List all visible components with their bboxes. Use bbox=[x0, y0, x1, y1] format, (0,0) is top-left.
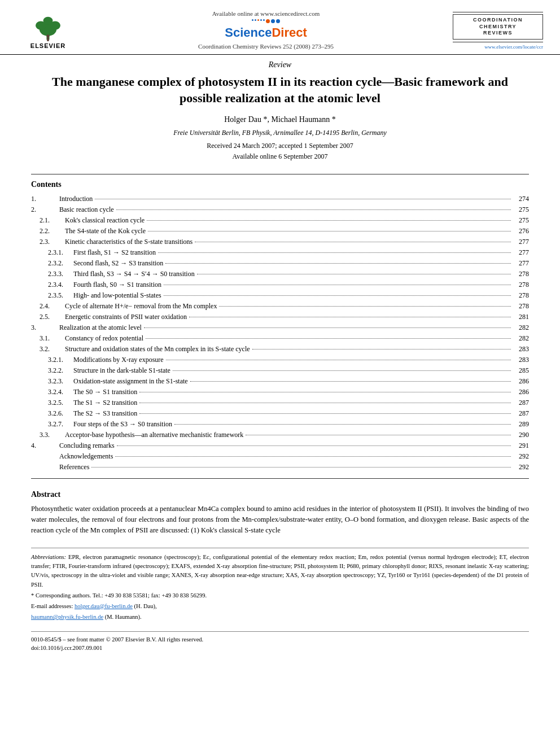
toc-item: 3.2.1.Modifications by X-ray exposure283 bbox=[31, 355, 529, 365]
dot3 bbox=[257, 19, 259, 21]
toc-label: Acknowledgements bbox=[59, 451, 113, 461]
toc-dots bbox=[189, 317, 511, 317]
svg-rect-6 bbox=[47, 37, 49, 41]
abstract-section: Abstract Photosynthetic water oxidation … bbox=[31, 490, 529, 536]
svg-point-5 bbox=[46, 34, 49, 37]
authors: Holger Dau *, Michael Haumann * bbox=[31, 115, 529, 124]
toc-item: 2.3.2.Second flash, S2 → S3 transition27… bbox=[31, 258, 529, 268]
toc-label: References bbox=[59, 462, 89, 472]
toc-item: 3.2.4.The S0 → S1 transition286 bbox=[31, 387, 529, 397]
toc-page: 291 bbox=[513, 440, 529, 451]
footnotes: Abbreviations: EPR, electron paramagneti… bbox=[31, 553, 529, 622]
toc-num: 3.2.1. bbox=[31, 355, 73, 365]
toc-dots bbox=[164, 285, 511, 285]
toc-dots bbox=[146, 338, 511, 339]
toc-num: 3.2.5. bbox=[31, 397, 73, 408]
direct-text: Direct bbox=[272, 25, 307, 40]
toc-num: 2.3.5. bbox=[31, 290, 73, 300]
toc-item: 3.Realization at the atomic level282 bbox=[31, 322, 529, 333]
toc-item: 3.2.3.Oxidation-state assignment in the … bbox=[31, 376, 529, 386]
toc-label: Second flash, S2 → S3 transition bbox=[73, 258, 163, 268]
toc-dots bbox=[147, 220, 511, 221]
dot8 bbox=[276, 19, 280, 23]
toc-item: 4.Concluding remarks291 bbox=[31, 440, 529, 451]
toc-page: 274 bbox=[513, 194, 529, 204]
contents-section: Contents 1.Introduction2742.Basic reacti… bbox=[31, 174, 529, 479]
toc-num: 3.2.6. bbox=[31, 408, 73, 418]
toc-dots bbox=[246, 435, 511, 435]
toc-num: 3.2.2. bbox=[31, 365, 73, 375]
toc-item: 2.1.Kok's classical reaction cycle275 bbox=[31, 215, 529, 225]
toc-label: The S4-state of the Kok cycle bbox=[65, 226, 146, 236]
toc-label: Structure in the dark-stable S1-state bbox=[73, 365, 170, 375]
available-text: Available online 6 September 2007 bbox=[31, 151, 529, 162]
elsevier-name: ELSEVIER bbox=[30, 42, 65, 49]
toc-item: References292 bbox=[31, 462, 529, 472]
toc-dots bbox=[219, 306, 511, 307]
contents-title: Contents bbox=[31, 180, 529, 189]
toc-label: Acceptor-base hypothesis—an alternative … bbox=[65, 430, 243, 440]
elsevier-url: www.elsevier.com/locate/ccr bbox=[453, 44, 543, 50]
email2-link[interactable]: haumann@physik.fu-berlin.de bbox=[31, 614, 103, 620]
toc-item: 2.3.Kinetic characteristics of the S-sta… bbox=[31, 237, 529, 247]
toc-page: 286 bbox=[513, 376, 529, 386]
toc-label: Modifications by X-ray exposure bbox=[73, 355, 164, 365]
toc-dots bbox=[95, 199, 511, 199]
toc-label: The S1 → S2 transition bbox=[73, 397, 137, 408]
toc-item: 3.2.Structure and oxidation states of th… bbox=[31, 344, 529, 354]
elsevier-logo-area: ELSEVIER bbox=[17, 10, 79, 49]
toc-label: Realization at the atomic level bbox=[59, 322, 142, 333]
toc-page: 292 bbox=[513, 451, 529, 461]
toc-page: 285 bbox=[513, 365, 529, 375]
toc-page: 292 bbox=[513, 462, 529, 472]
email2-para: haumann@physik.fu-berlin.de (M. Haumann)… bbox=[31, 613, 529, 622]
toc-label: Four steps of the S3 → S0 transition bbox=[73, 419, 172, 429]
page: ELSEVIER Available online at www.science… bbox=[0, 0, 560, 747]
abbrev-text: EPR, electron paramagnetic resonance (sp… bbox=[31, 554, 529, 588]
email1-name: (H. Dau), bbox=[134, 603, 157, 609]
dot5 bbox=[263, 19, 265, 21]
toc-page: 277 bbox=[513, 237, 529, 247]
email1-link[interactable]: holger.dau@fu-berlin.de bbox=[75, 603, 133, 609]
toc-label: Cycle of alternate H+/e− removal from th… bbox=[65, 301, 217, 311]
toc-label: Introduction bbox=[59, 194, 93, 204]
toc-item: 1.Introduction274 bbox=[31, 194, 529, 204]
bottom-info: 0010-8545/$ – see front matter © 2007 El… bbox=[31, 631, 529, 653]
email2-name: (M. Haumann). bbox=[105, 614, 142, 620]
dot2 bbox=[255, 19, 256, 21]
elsevier-logo: ELSEVIER bbox=[17, 10, 79, 49]
abbrev-label: Abbreviations: bbox=[31, 554, 66, 560]
toc-dots bbox=[165, 263, 511, 264]
abstract-title: Abstract bbox=[31, 490, 529, 499]
toc-item: 3.3.Acceptor-base hypothesis—an alternat… bbox=[31, 430, 529, 440]
toc-page: 276 bbox=[513, 226, 529, 236]
toc-page: 289 bbox=[513, 419, 529, 429]
dot6 bbox=[266, 19, 270, 23]
toc-label: Kinetic characteristics of the S-state t… bbox=[65, 237, 193, 247]
toc-dots bbox=[144, 327, 511, 328]
toc-num: 2.3.1. bbox=[31, 247, 73, 257]
toc-label: High- and low-potential S-states bbox=[73, 290, 161, 300]
toc-item: 2.3.4.Fourth flash, S0 → S1 transition27… bbox=[31, 279, 529, 290]
abstract-text: Photosynthetic water oxidation proceeds … bbox=[31, 504, 529, 536]
toc-num: 2.3.3. bbox=[31, 269, 73, 279]
toc-page: 275 bbox=[513, 204, 529, 215]
toc-dots bbox=[139, 413, 511, 414]
section-label: Review bbox=[31, 60, 529, 69]
dot7 bbox=[271, 19, 275, 23]
toc-page: 278 bbox=[513, 301, 529, 311]
toc-page: 277 bbox=[513, 258, 529, 268]
toc-container: 1.Introduction2742.Basic reaction cycle2… bbox=[31, 194, 529, 472]
toc-page: 278 bbox=[513, 290, 529, 300]
email-label: E-mail addresses: bbox=[31, 603, 73, 609]
toc-page: 290 bbox=[513, 430, 529, 440]
toc-num: 3.3. bbox=[31, 430, 65, 440]
top-hr bbox=[453, 12, 543, 12]
issn-text: 0010-8545/$ – see front matter © 2007 El… bbox=[31, 635, 529, 644]
toc-dots bbox=[173, 370, 511, 371]
toc-dots bbox=[91, 467, 511, 468]
footer-divider bbox=[31, 548, 529, 548]
toc-label: Third flash, S3 → S4 → S′4 → S0 transiti… bbox=[73, 269, 195, 279]
science-text: Science bbox=[225, 25, 272, 40]
main-content: Review The manganese complex of photosys… bbox=[0, 55, 560, 664]
